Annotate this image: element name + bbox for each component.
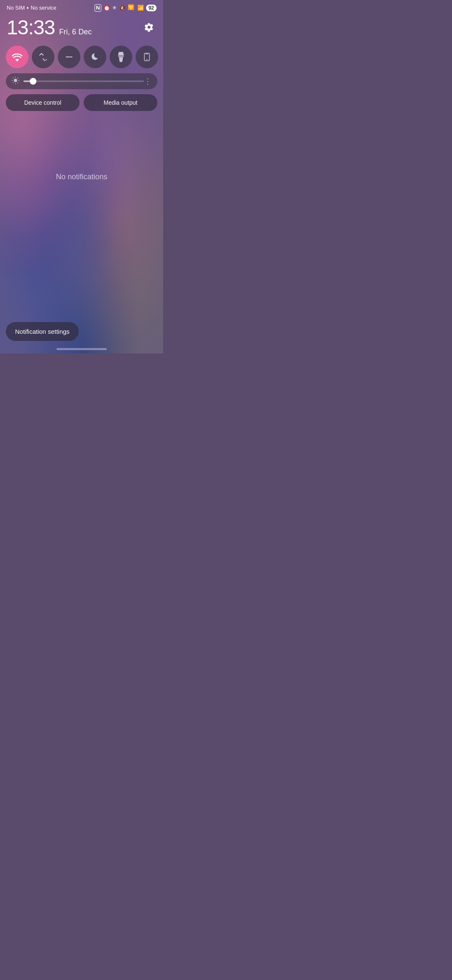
notification-settings-button[interactable]: Notification settings <box>6 322 79 341</box>
media-output-button[interactable]: Media output <box>84 94 157 111</box>
torch-toggle[interactable] <box>110 46 132 68</box>
wifi-signal-icon: 🛜 <box>128 4 135 11</box>
svg-rect-3 <box>146 54 148 54</box>
quick-toggles <box>0 44 163 72</box>
brightness-left <box>12 77 144 86</box>
no-sim-text: No SIM <box>7 5 25 11</box>
datetime-row: 13:33 Fri, 6 Dec <box>0 14 163 44</box>
brightness-more-button[interactable]: ⋮ <box>144 77 152 86</box>
svg-text:🛜: 🛜 <box>128 4 135 10</box>
no-notifications-label: No notifications <box>56 173 107 181</box>
status-right: N ⏰ ✳ 🔇 🛜 📶 92 <box>95 4 157 12</box>
wifi-toggle[interactable] <box>6 46 28 68</box>
settings-gear-button[interactable] <box>141 20 157 35</box>
clock-date: Fri, 6 Dec <box>59 28 92 36</box>
data-toggle[interactable] <box>32 46 54 68</box>
dnd-toggle[interactable] <box>58 46 80 68</box>
svg-point-5 <box>14 79 17 82</box>
battery-level: 92 <box>146 5 157 11</box>
brightness-row: ⋮ <box>6 73 157 89</box>
svg-rect-1 <box>66 57 72 57</box>
alarm-icon: ⏰ <box>103 5 110 11</box>
notification-panel: No SIM No service N ⏰ ✳ 🔇 🛜 📶 92 13:33 F… <box>0 0 163 353</box>
device-control-button[interactable]: Device control <box>6 94 80 111</box>
clock-time: 13:33 <box>7 16 55 39</box>
nfc-icon: N <box>95 4 101 12</box>
svg-point-4 <box>146 59 147 60</box>
no-service-text: No service <box>31 5 56 11</box>
home-indicator[interactable] <box>56 348 107 350</box>
signal-bars-icon: 📶 <box>137 5 144 11</box>
brightness-thumb <box>30 78 36 85</box>
mute-icon: 🔇 <box>119 5 126 11</box>
time-date: 13:33 Fri, 6 Dec <box>7 16 92 39</box>
status-left: No SIM No service <box>7 5 56 11</box>
brightness-icon <box>12 77 19 86</box>
brightness-track[interactable] <box>23 80 144 82</box>
night-toggle[interactable] <box>84 46 106 68</box>
status-dot <box>27 7 28 9</box>
status-bar: No SIM No service N ⏰ ✳ 🔇 🛜 📶 92 <box>0 0 163 14</box>
bluetooth-icon: ✳ <box>112 5 117 11</box>
device-media-row: Device control Media output <box>0 93 163 117</box>
lockrotation-toggle[interactable] <box>136 46 158 68</box>
